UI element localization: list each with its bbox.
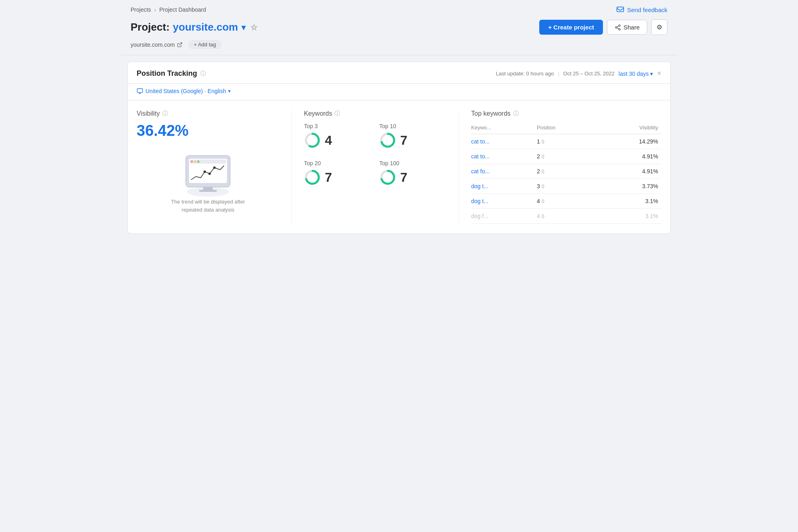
svg-point-16 bbox=[197, 160, 200, 163]
trend-image-area: The trend will be displayed after repeat… bbox=[137, 152, 279, 214]
table-row: dog f...4 03.1% bbox=[471, 209, 661, 224]
settings-icon: ⚙ bbox=[657, 24, 662, 31]
card-header: Position Tracking ⓘ Last update: 0 hours… bbox=[128, 62, 670, 84]
share-button[interactable]: Share bbox=[607, 20, 647, 35]
kw-visibility-5: 3.1% bbox=[598, 209, 661, 224]
project-site-link[interactable]: yoursite.com bbox=[173, 21, 238, 33]
site-row: yoursite.com.com + Add tag bbox=[121, 38, 677, 55]
svg-point-2 bbox=[615, 27, 617, 28]
visibility-title: Visibility ⓘ bbox=[137, 110, 279, 117]
breadcrumb-projects[interactable]: Projects bbox=[131, 6, 151, 13]
keywords-section: Keywords ⓘ Top 3 4 bbox=[292, 110, 459, 224]
kw-top20: Top 20 7 bbox=[304, 160, 371, 186]
kw-top10: Top 10 7 bbox=[379, 123, 447, 149]
header-divider bbox=[121, 55, 677, 55]
svg-rect-20 bbox=[203, 187, 213, 190]
kw-top100-donut bbox=[379, 169, 396, 186]
svg-rect-7 bbox=[137, 89, 142, 92]
keywords-info-icon[interactable]: ⓘ bbox=[335, 110, 340, 117]
kw-visibility-0: 14.29% bbox=[598, 134, 661, 149]
kw-top100: Top 100 7 bbox=[379, 160, 447, 186]
location-link[interactable]: United States (Google) · English ▾ bbox=[145, 88, 231, 94]
svg-point-1 bbox=[619, 25, 620, 26]
share-icon bbox=[615, 24, 621, 31]
visibility-value: 36.42% bbox=[137, 122, 279, 139]
project-dropdown-icon[interactable]: ▾ bbox=[241, 23, 245, 32]
table-row: cat to...2 04.91% bbox=[471, 149, 661, 164]
kw-top10-value: 7 bbox=[400, 133, 407, 148]
kw-keyword-3[interactable]: dog t... bbox=[471, 179, 537, 194]
svg-point-15 bbox=[194, 160, 196, 163]
kw-keyword-4[interactable]: dog t... bbox=[471, 194, 537, 209]
trend-caption: The trend will be displayed after repeat… bbox=[162, 198, 254, 214]
feedback-icon bbox=[616, 6, 624, 14]
breadcrumb-current: Project Dashboard bbox=[159, 6, 206, 13]
table-row: cat to...1 014.29% bbox=[471, 134, 661, 149]
svg-point-19 bbox=[213, 166, 216, 169]
period-chevron-icon: ▾ bbox=[650, 71, 653, 77]
svg-point-3 bbox=[619, 28, 620, 30]
kw-keyword-0[interactable]: cat to... bbox=[471, 134, 537, 149]
svg-point-14 bbox=[191, 160, 193, 163]
site-link[interactable]: yoursite.com.com bbox=[131, 42, 183, 48]
kw-visibility-3: 3.73% bbox=[598, 179, 661, 194]
col-keyword: Keywo... bbox=[471, 122, 537, 134]
settings-button[interactable]: ⚙ bbox=[651, 19, 667, 35]
kw-position-1: 2 0 bbox=[537, 149, 598, 164]
top-keywords-info-icon[interactable]: ⓘ bbox=[513, 110, 519, 117]
monitor-icon bbox=[137, 88, 143, 94]
table-row: dog t...4 03.1% bbox=[471, 194, 661, 209]
svg-rect-21 bbox=[199, 190, 217, 192]
breadcrumb-separator: › bbox=[154, 6, 156, 13]
breadcrumb: Projects › Project Dashboard bbox=[131, 6, 206, 13]
kw-top3-donut bbox=[304, 132, 321, 149]
top-keywords-table: Keywo... Position Visibility cat to...1 … bbox=[471, 122, 661, 224]
location-label: United States (Google) · English bbox=[145, 88, 226, 94]
kw-keyword-5[interactable]: dog f... bbox=[471, 209, 537, 224]
kw-top20-label: Top 20 bbox=[304, 160, 371, 166]
svg-point-17 bbox=[204, 170, 206, 173]
period-dropdown-button[interactable]: last 30 days ▾ bbox=[619, 71, 653, 77]
send-feedback-link[interactable]: Send feedback bbox=[616, 6, 667, 14]
svg-rect-0 bbox=[617, 7, 624, 12]
create-project-button[interactable]: + Create project bbox=[539, 20, 603, 35]
card-body: Visibility ⓘ 36.42% bbox=[128, 100, 670, 233]
kw-top3-label: Top 3 bbox=[304, 123, 371, 129]
trend-monitor-graphic bbox=[180, 152, 236, 198]
star-icon[interactable]: ☆ bbox=[250, 23, 258, 32]
col-visibility: Visibility bbox=[598, 122, 661, 134]
card-info-icon[interactable]: ⓘ bbox=[200, 70, 206, 77]
kw-keyword-1[interactable]: cat to... bbox=[471, 149, 537, 164]
header-actions: + Create project Share ⚙ bbox=[539, 19, 667, 35]
col-position: Position bbox=[537, 122, 598, 134]
keywords-grid: Top 3 4 Top 10 bbox=[304, 123, 447, 186]
date-range: Oct 25 – Oct 25, 2022 bbox=[563, 71, 615, 77]
kw-keyword-2[interactable]: cat fo... bbox=[471, 164, 537, 179]
card-title: Position Tracking bbox=[137, 69, 197, 78]
kw-position-0: 1 0 bbox=[537, 134, 598, 149]
kw-visibility-2: 4.91% bbox=[598, 164, 661, 179]
last-update: Last update: 0 hours ago bbox=[496, 71, 554, 77]
svg-line-5 bbox=[617, 26, 619, 27]
visibility-section: Visibility ⓘ 36.42% bbox=[137, 110, 292, 224]
location-row: United States (Google) · English ▾ bbox=[128, 84, 670, 100]
svg-line-6 bbox=[179, 42, 182, 45]
kw-top20-value: 7 bbox=[325, 170, 332, 185]
kw-position-2: 2 0 bbox=[537, 164, 598, 179]
card-close-button[interactable]: × bbox=[657, 69, 661, 78]
svg-point-18 bbox=[208, 172, 211, 175]
top-keywords-title: Top keywords ⓘ bbox=[471, 110, 661, 117]
add-tag-button[interactable]: + Add tag bbox=[188, 40, 222, 49]
kw-position-3: 3 0 bbox=[537, 179, 598, 194]
table-row: cat fo...2 04.91% bbox=[471, 164, 661, 179]
project-label: Project: bbox=[131, 21, 170, 33]
kw-top100-value: 7 bbox=[400, 170, 407, 185]
position-tracking-card: Position Tracking ⓘ Last update: 0 hours… bbox=[127, 62, 671, 234]
visibility-info-icon[interactable]: ⓘ bbox=[162, 110, 168, 117]
kw-top10-label: Top 10 bbox=[379, 123, 447, 129]
table-row: dog t...3 03.73% bbox=[471, 179, 661, 194]
top-keywords-section: Top keywords ⓘ Keywo... Position Visibil… bbox=[459, 110, 661, 224]
svg-line-4 bbox=[617, 28, 619, 29]
kw-top100-label: Top 100 bbox=[379, 160, 447, 166]
location-chevron-icon: ▾ bbox=[228, 88, 231, 94]
